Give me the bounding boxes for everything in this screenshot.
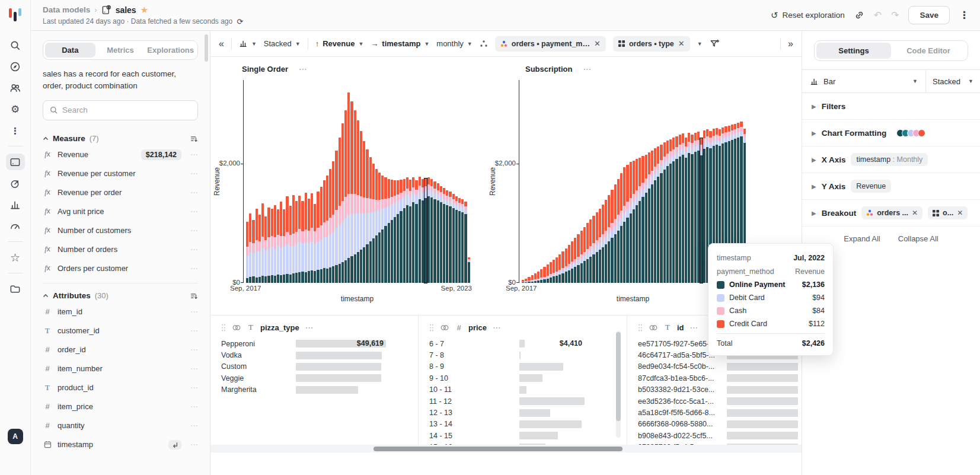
card-scrollbar-thumb[interactable] bbox=[616, 332, 621, 421]
stacked-bar[interactable] bbox=[419, 177, 421, 283]
section-y-axis[interactable]: ▶ Y Axis Revenue bbox=[802, 173, 980, 200]
stacked-bar[interactable] bbox=[403, 179, 406, 283]
card-row[interactable]: Vodka bbox=[221, 349, 418, 361]
panel-scrollbar[interactable] bbox=[205, 34, 208, 62]
reset-exploration-button[interactable]: ↺ Reset exploration bbox=[771, 10, 845, 21]
data-models-icon[interactable] bbox=[6, 154, 25, 170]
stacked-bar[interactable] bbox=[323, 180, 325, 283]
stacked-bar[interactable] bbox=[360, 131, 362, 283]
stacked-bar[interactable] bbox=[641, 156, 644, 283]
stacked-bar[interactable] bbox=[458, 198, 461, 283]
stacked-bar[interactable] bbox=[636, 159, 638, 283]
stacked-bar[interactable] bbox=[409, 180, 411, 283]
stacked-bar[interactable] bbox=[694, 133, 697, 283]
stacked-bar[interactable] bbox=[688, 133, 690, 283]
redo-icon[interactable]: ↷ bbox=[891, 9, 899, 21]
metrics-icon[interactable] bbox=[6, 175, 25, 192]
dashboard-gauge-icon[interactable] bbox=[6, 218, 25, 234]
app-logo[interactable] bbox=[8, 7, 23, 23]
attribute-order-id[interactable]: #order_id⋯ bbox=[43, 340, 198, 359]
stacked-bar[interactable] bbox=[645, 155, 647, 283]
measure-revenue-per-order[interactable]: fxRevenue per order⋯ bbox=[43, 183, 198, 202]
card-row[interactable]: 8 - 9 bbox=[429, 361, 627, 372]
stacked-bar[interactable] bbox=[586, 223, 589, 283]
stacked-bar[interactable] bbox=[528, 277, 530, 283]
more-icon[interactable]: ⋯ bbox=[190, 245, 198, 254]
stacked-bar[interactable] bbox=[669, 139, 672, 283]
stacked-bar[interactable] bbox=[611, 190, 613, 283]
stacked-bar[interactable] bbox=[295, 201, 298, 283]
remove-chip-icon[interactable]: ✕ bbox=[678, 39, 685, 48]
stacked-bar[interactable] bbox=[565, 248, 567, 283]
more-icon[interactable]: ⋯ bbox=[190, 264, 198, 273]
y-axis-chip[interactable]: Revenue bbox=[851, 180, 891, 193]
stacked-bar[interactable] bbox=[427, 177, 430, 283]
stacked-bar[interactable] bbox=[614, 184, 617, 283]
add-filter-icon[interactable] bbox=[710, 39, 720, 49]
stacked-bar[interactable] bbox=[577, 234, 579, 283]
stacked-bar[interactable] bbox=[626, 165, 628, 283]
stacked-bar[interactable] bbox=[430, 179, 433, 283]
card-row[interactable]: 8ed9e034-fc54-5c0b-... bbox=[638, 361, 802, 372]
more-icon[interactable]: ⋯ bbox=[190, 226, 198, 235]
stacked-bar[interactable] bbox=[522, 280, 524, 283]
stacked-bar[interactable] bbox=[267, 208, 270, 283]
card-row[interactable]: a5a18c9f-f5f6-5d66-8... bbox=[638, 407, 802, 418]
attribute-item-id[interactable]: #item_id⋯ bbox=[43, 302, 198, 321]
expand-caret-icon[interactable]: ▶ bbox=[812, 103, 816, 110]
stacked-bar[interactable] bbox=[633, 161, 635, 283]
stacked-bar[interactable] bbox=[397, 180, 399, 283]
stacked-bar[interactable] bbox=[274, 205, 276, 283]
card-row[interactable]: 9 - 10 bbox=[429, 372, 627, 384]
stacked-bar[interactable] bbox=[461, 199, 464, 283]
stacked-bar[interactable] bbox=[468, 257, 470, 283]
card-row[interactable]: Veggie bbox=[221, 372, 418, 384]
granularity-dropdown[interactable]: monthly▼ bbox=[436, 39, 472, 48]
card-row[interactable]: b908e843-d022-5cf5... bbox=[638, 430, 802, 441]
stacked-bar[interactable] bbox=[326, 176, 328, 283]
stacked-bar[interactable] bbox=[308, 199, 310, 283]
more-icon[interactable]: ⋯ bbox=[190, 421, 198, 430]
measure-orders-per-customer[interactable]: fxOrders per customer⋯ bbox=[43, 259, 198, 278]
stacked-bar[interactable] bbox=[264, 216, 267, 283]
expand-all-link[interactable]: Expand All bbox=[844, 234, 880, 243]
expand-caret-icon[interactable]: ▶ bbox=[812, 157, 816, 163]
stacked-bar[interactable] bbox=[558, 254, 561, 283]
stacked-bar[interactable] bbox=[675, 136, 678, 283]
stacked-bar[interactable] bbox=[596, 212, 598, 283]
attribute-item-number[interactable]: #item_number⋯ bbox=[43, 359, 198, 378]
stacked-bar[interactable] bbox=[630, 162, 632, 283]
favorite-star-icon[interactable]: ★ bbox=[141, 5, 148, 15]
stacked-bar[interactable] bbox=[286, 196, 288, 283]
stacked-bar[interactable] bbox=[252, 220, 254, 283]
stacked-bar[interactable] bbox=[249, 213, 251, 283]
measure-revenue[interactable]: fxRevenue$218,142⋯ bbox=[43, 145, 198, 164]
stacked-bar[interactable] bbox=[363, 141, 365, 283]
stacked-bar[interactable] bbox=[400, 180, 402, 283]
stacked-bar[interactable] bbox=[378, 173, 381, 283]
tab-code-editor[interactable]: Code Editor bbox=[891, 43, 966, 59]
stacked-bar[interactable] bbox=[256, 209, 258, 283]
stacked-bar[interactable] bbox=[440, 186, 442, 283]
x-axis-chip[interactable]: timestamp : Monthly bbox=[851, 153, 928, 166]
stacked-bar[interactable] bbox=[446, 190, 448, 283]
stacked-bar[interactable] bbox=[605, 200, 607, 283]
stacked-bar[interactable] bbox=[391, 180, 393, 283]
stacked-bar[interactable] bbox=[574, 238, 576, 283]
stacked-bar[interactable] bbox=[449, 192, 451, 283]
stacked-bar[interactable] bbox=[556, 257, 558, 283]
chart-more-icon[interactable]: ⋯ bbox=[299, 64, 307, 74]
more-breakouts-caret-icon[interactable]: ▼ bbox=[697, 41, 703, 47]
stacked-bar[interactable] bbox=[452, 194, 455, 283]
collapse-chevron-icon[interactable] bbox=[43, 136, 49, 142]
stacked-bar[interactable] bbox=[298, 196, 301, 283]
more-icon[interactable]: ⋯ bbox=[190, 402, 198, 411]
card-row[interactable]: 87cdfca3-b1ea-5bc6-... bbox=[638, 372, 802, 384]
stacked-bar[interactable] bbox=[672, 138, 675, 283]
collapse-chevron-icon[interactable] bbox=[43, 293, 49, 299]
save-button[interactable]: Save bbox=[908, 6, 950, 24]
search-field[interactable] bbox=[43, 100, 198, 120]
stacked-bar[interactable] bbox=[344, 110, 347, 283]
stacked-bar[interactable] bbox=[540, 269, 542, 283]
card-row[interactable]: 6666f368-0968-5880... bbox=[638, 419, 802, 430]
